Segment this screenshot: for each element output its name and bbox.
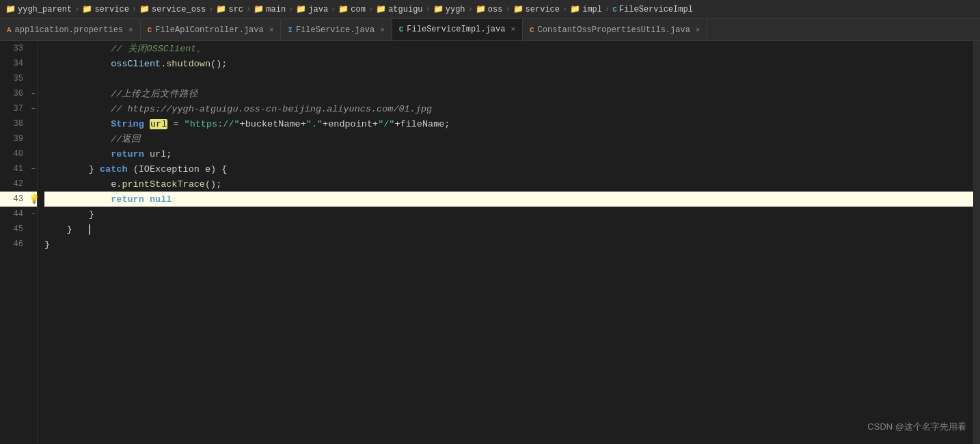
gutter-line-44: 44 − — [0, 207, 37, 222]
gutter-line-46: 46 — [0, 237, 37, 252]
code-line-41: } catch (IOException e) { — [44, 161, 973, 177]
tab-fileservice[interactable]: I FileService.java × — [281, 19, 392, 40]
tab-close-button[interactable]: × — [696, 26, 700, 34]
folder-icon: 📁 — [513, 4, 523, 14]
code-line-35 — [44, 71, 973, 86]
csdn-watermark: CSDN @这个名字先用看 — [867, 421, 966, 433]
breadcrumb-item-0[interactable]: 📁 yygh_parent — [5, 4, 72, 14]
tab-close-button[interactable]: × — [380, 26, 385, 34]
folder-icon: 📁 — [433, 4, 444, 14]
scrollbar[interactable] — [973, 41, 980, 444]
breadcrumb-item-12[interactable]: C FileServiceImpl — [612, 5, 693, 14]
tab-label: FileServiceImpl.java — [407, 25, 505, 34]
breadcrumb-item-8[interactable]: 📁 yygh — [433, 4, 465, 14]
tab-fileserviceimpl[interactable]: C FileServiceImpl.java × — [392, 19, 523, 40]
breadcrumb-sep: › — [468, 5, 473, 14]
tab-close-button[interactable]: × — [511, 25, 515, 34]
tab-label: ConstantOssPropertiesUtils.java — [538, 25, 690, 35]
folder-icon: 📁 — [476, 4, 486, 14]
tab-label: FileApiController.java — [155, 25, 263, 35]
code-line-42: e.printStackTrace(); — [44, 177, 973, 192]
breadcrumb-sep: › — [208, 5, 213, 14]
tab-close-button[interactable]: × — [269, 26, 274, 34]
breadcrumb-sep: › — [246, 5, 251, 14]
class-icon: C — [612, 5, 617, 14]
tab-constantossproperties[interactable]: C ConstantOssPropertiesUtils.java × — [523, 19, 707, 40]
tab-icon-fileserviceimpl: C — [399, 25, 404, 34]
folder-icon: 📁 — [254, 4, 264, 14]
breadcrumb-item-11[interactable]: 📁 impl — [570, 4, 602, 14]
fold-36[interactable]: − — [29, 90, 38, 98]
tab-fileapicontroller[interactable]: C FileApiController.java × — [141, 19, 282, 40]
folder-icon: 📁 — [376, 4, 386, 14]
code-line-40: return url; — [44, 146, 973, 161]
breadcrumb-item-9[interactable]: 📁 oss — [476, 4, 503, 14]
gutter-line-42: 42 — [0, 177, 37, 192]
folder-icon: 📁 — [338, 4, 349, 14]
code-line-37: // https://yygh-atguigu.oss-cn-beijing.a… — [44, 101, 973, 116]
tab-bar: A application.properties × C FileApiCont… — [0, 19, 980, 41]
breadcrumb-item-3[interactable]: 📁 src — [216, 4, 243, 14]
breadcrumb-sep: › — [331, 5, 336, 14]
tab-icon-application: A — [7, 26, 12, 34]
folder-icon: 📁 — [216, 4, 226, 14]
folder-icon: 📁 — [139, 4, 150, 14]
gutter-line-34: 34 — [0, 56, 37, 71]
gutter-line-36: 36 − — [0, 86, 37, 101]
breadcrumb-item-6[interactable]: 📁 com — [338, 4, 366, 14]
tab-label: application.properties — [15, 25, 123, 35]
fold-44[interactable]: − — [29, 211, 38, 218]
breadcrumb-sep: › — [426, 5, 431, 14]
tab-icon-constantoss: C — [530, 26, 534, 34]
code-line-38: String url = "https://"+bucketName+"."+e… — [44, 116, 973, 131]
breadcrumb-sep: › — [505, 5, 510, 14]
breadcrumb-sep: › — [605, 5, 610, 14]
editor-area: 33 34 35 36 − 37 − — [0, 41, 980, 444]
gutter-line-38: 38 — [0, 116, 37, 131]
gutter-line-43: 43 💡 — [0, 192, 37, 207]
gutter-line-39: 39 — [0, 131, 37, 146]
tab-label: FileService.java — [296, 25, 375, 35]
tab-close-button[interactable]: × — [128, 26, 133, 34]
breadcrumb: 📁 yygh_parent › 📁 service › 📁 service_os… — [0, 0, 980, 19]
line-number-gutter: 33 34 35 36 − 37 − — [0, 41, 38, 444]
code-line-36: //上传之后文件路径 — [44, 86, 973, 101]
code-line-44: } — [44, 207, 973, 222]
folder-icon: 📁 — [296, 4, 306, 14]
code-line-33: // 关闭OSSClient。 — [44, 41, 973, 56]
breadcrumb-item-5[interactable]: 📁 java — [296, 4, 328, 14]
breadcrumb-sep: › — [74, 5, 79, 14]
breadcrumb-sep: › — [562, 5, 567, 14]
code-line-43: return null; — [44, 192, 973, 207]
gutter-line-33: 33 — [0, 41, 37, 56]
folder-icon: 📁 — [570, 4, 580, 14]
breadcrumb-item-1[interactable]: 📁 service — [82, 4, 128, 14]
fold-37[interactable]: − — [29, 105, 38, 113]
gutter-line-45: 45 — [0, 222, 37, 237]
breadcrumb-item-7[interactable]: 📁 atguigu — [376, 4, 422, 14]
gutter-line-40: 40 — [0, 146, 37, 161]
breadcrumb-item-10[interactable]: 📁 service — [513, 4, 560, 14]
folder-icon: 📁 — [5, 4, 16, 14]
breadcrumb-item-2[interactable]: 📁 service_oss — [139, 4, 206, 14]
code-line-46: } — [44, 237, 973, 252]
breadcrumb-item-4[interactable]: 📁 main — [254, 4, 286, 14]
gutter-line-35: 35 — [0, 71, 37, 86]
code-line-39: //返回 — [44, 131, 973, 146]
tab-icon-fileapicontroller: C — [148, 26, 152, 34]
gutter-line-41: 41 − — [0, 161, 37, 177]
breadcrumb-sep: › — [368, 5, 373, 14]
lightbulb-icon[interactable]: 💡 — [29, 194, 40, 205]
breadcrumb-sep: › — [288, 5, 293, 14]
breadcrumb-sep: › — [132, 5, 137, 14]
folder-icon: 📁 — [82, 4, 92, 14]
code-content[interactable]: // 关闭OSSClient。 ossClient.shutdown(); //… — [38, 41, 973, 444]
fold-41[interactable]: − — [29, 166, 38, 173]
code-line-45: } — [44, 222, 973, 237]
tab-icon-fileservice: I — [288, 26, 292, 34]
code-line-34: ossClient.shutdown(); — [44, 56, 973, 71]
gutter-line-37: 37 − — [0, 101, 37, 116]
tab-application-properties[interactable]: A application.properties × — [0, 19, 141, 40]
